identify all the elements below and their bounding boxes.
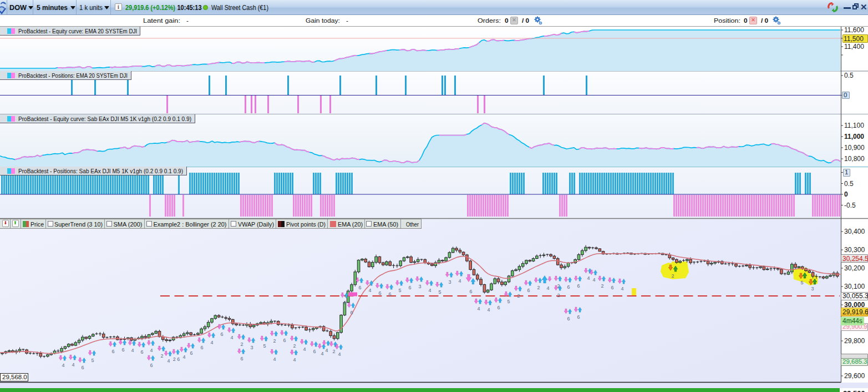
- svg-text:6: 6: [567, 284, 570, 290]
- svg-text:4: 4: [150, 348, 153, 353]
- svg-text:4: 4: [303, 346, 306, 352]
- svg-text:2: 2: [601, 283, 603, 289]
- svg-text:6: 6: [577, 314, 580, 320]
- svg-text:4: 4: [587, 275, 590, 281]
- svg-text:2: 2: [557, 293, 560, 298]
- svg-text:4: 4: [546, 285, 549, 291]
- svg-text:3: 3: [811, 286, 814, 292]
- svg-text:6: 6: [567, 316, 570, 321]
- svg-text:3: 3: [250, 345, 253, 350]
- svg-text:6: 6: [111, 349, 114, 354]
- svg-text:4: 4: [182, 354, 185, 360]
- svg-text:4: 4: [131, 348, 134, 353]
- svg-text:6: 6: [527, 288, 530, 293]
- svg-text:4: 4: [621, 286, 623, 292]
- svg-text:4: 4: [72, 362, 74, 368]
- svg-text:6: 6: [140, 349, 143, 355]
- svg-text:5: 5: [263, 343, 266, 349]
- svg-text:2: 2: [293, 343, 296, 349]
- svg-text:4: 4: [273, 356, 276, 362]
- svg-text:6: 6: [497, 305, 500, 310]
- svg-text:2: 2: [240, 341, 243, 347]
- svg-text:4: 4: [321, 351, 323, 356]
- svg-text:2: 2: [332, 349, 335, 354]
- svg-text:4: 4: [230, 335, 233, 340]
- svg-text:4: 4: [477, 306, 480, 311]
- svg-text:6: 6: [358, 285, 361, 290]
- svg-text:6: 6: [388, 292, 391, 297]
- svg-text:4: 4: [458, 278, 461, 284]
- svg-text:4: 4: [368, 288, 371, 293]
- svg-text:4: 4: [293, 357, 296, 363]
- svg-text:4: 4: [210, 340, 213, 345]
- svg-text:4: 4: [325, 348, 328, 353]
- svg-text:6: 6: [611, 285, 613, 290]
- svg-text:6: 6: [220, 331, 223, 337]
- svg-text:6: 6: [577, 283, 580, 289]
- svg-text:2: 2: [517, 293, 520, 299]
- svg-text:6: 6: [350, 310, 353, 315]
- svg-text:6: 6: [150, 363, 153, 368]
- svg-text:4: 4: [338, 351, 341, 357]
- svg-text:6: 6: [240, 356, 243, 361]
- svg-text:2: 2: [537, 285, 540, 290]
- svg-text:6: 6: [408, 285, 411, 290]
- svg-text:6: 6: [200, 345, 203, 350]
- svg-text:3: 3: [418, 284, 421, 289]
- svg-text:2: 2: [671, 273, 674, 279]
- svg-text:5: 5: [800, 280, 803, 285]
- svg-text:4: 4: [428, 288, 431, 293]
- svg-text:6: 6: [313, 349, 316, 354]
- svg-text:2: 2: [160, 353, 163, 359]
- svg-text:2 6: 2 6: [173, 356, 180, 362]
- svg-text:5: 5: [438, 289, 441, 295]
- svg-text:5: 5: [91, 358, 94, 363]
- svg-text:5: 5: [398, 288, 401, 293]
- svg-text:6: 6: [190, 350, 192, 356]
- svg-text:4: 4: [592, 277, 595, 283]
- svg-text:6: 6: [469, 289, 472, 294]
- svg-text:4: 4: [62, 363, 64, 368]
- svg-text:6: 6: [121, 347, 124, 353]
- svg-text:3: 3: [448, 279, 451, 285]
- svg-text:6: 6: [343, 300, 346, 305]
- svg-text:5: 5: [507, 299, 510, 304]
- svg-text:2: 2: [273, 338, 276, 344]
- svg-text:2: 2: [557, 283, 560, 289]
- svg-text:4: 4: [487, 307, 490, 313]
- svg-text:6: 6: [378, 290, 381, 296]
- svg-text:6: 6: [283, 338, 286, 343]
- svg-text:6: 6: [81, 365, 84, 370]
- svg-text:4: 4: [167, 358, 170, 364]
